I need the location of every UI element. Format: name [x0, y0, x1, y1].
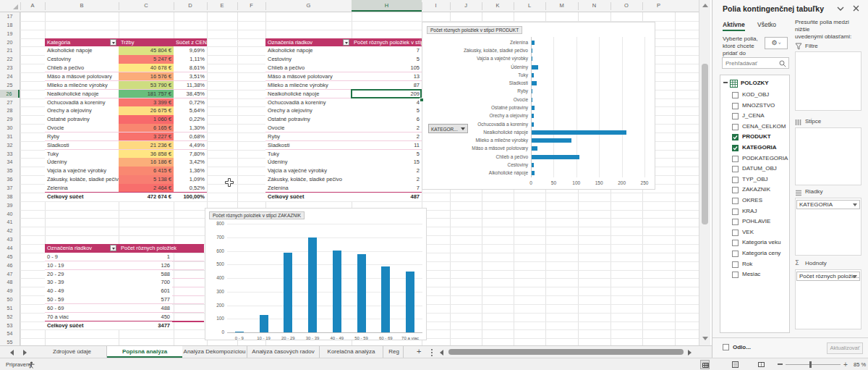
pivot-cell[interactable]: 15: [352, 158, 422, 167]
pivot-cell[interactable]: 5,64%: [174, 106, 207, 115]
pivot-cell[interactable]: Cestoviny: [265, 55, 352, 64]
field-checkbox[interactable]: [732, 145, 739, 151]
pivot-cell[interactable]: Cestoviny: [45, 55, 119, 64]
bar[interactable]: [532, 89, 532, 93]
row-header-cell[interactable]: 44: [0, 244, 20, 253]
row-header-cell[interactable]: 27: [0, 98, 20, 107]
chevron-down-icon[interactable]: [837, 6, 844, 12]
column-header-cell[interactable]: G: [265, 0, 352, 12]
pivot-cell[interactable]: 0 - 9: [45, 253, 119, 261]
pivot-cell[interactable]: 6 415 €: [119, 167, 174, 175]
column-header-strip[interactable]: ABCDEFGHIJKLMNOP: [0, 0, 699, 12]
zoom-slider-track[interactable]: [786, 364, 841, 365]
pivot-cell[interactable]: 100,00%: [174, 193, 207, 201]
pill-dropdown-icon[interactable]: [853, 275, 857, 280]
row-header-cell[interactable]: 17: [0, 12, 20, 21]
pivot-cell[interactable]: Ochucovadlá a koreniny: [45, 98, 119, 107]
pivot-cell[interactable]: 1 060 €: [119, 115, 174, 124]
row-header-cell[interactable]: 49: [0, 287, 20, 295]
sheet-tab-zdrojov-daje[interactable]: Zdrojové údaje: [38, 346, 107, 358]
field-checkbox[interactable]: [732, 113, 739, 119]
row-header-cell[interactable]: 48: [0, 278, 20, 287]
pivot-cell[interactable]: 1,30%: [174, 124, 207, 133]
pivot-cell[interactable]: 2: [352, 175, 422, 184]
pivot-cell[interactable]: 10 - 19: [45, 261, 119, 270]
column-header-cell[interactable]: I: [422, 0, 450, 12]
pivot-cell[interactable]: Vajcia a vaječné výrobky: [265, 167, 352, 175]
pivot-cell[interactable]: 1: [119, 253, 172, 261]
row-header-cell[interactable]: 35: [0, 167, 20, 175]
pivot-cell[interactable]: 0,22%: [174, 115, 207, 124]
zoom-in-button[interactable]: +: [843, 361, 848, 369]
update-button[interactable]: Aktualizovať: [827, 342, 863, 354]
pivot-cell[interactable]: 2: [352, 167, 422, 175]
pivot-cell[interactable]: 0,68%: [174, 133, 207, 141]
row-header-cell[interactable]: 25: [0, 81, 20, 90]
row-header-cell[interactable]: 36: [0, 175, 20, 184]
pivot-cell[interactable]: Mlieko a mliečne výrobky: [45, 81, 119, 90]
normal-view-icon[interactable]: [700, 360, 710, 369]
row-header-cell[interactable]: 33: [0, 150, 20, 159]
pivot-cell[interactable]: Orechy a olejoviny: [265, 106, 352, 115]
pivot-cell[interactable]: Údeniny: [265, 158, 352, 167]
field-item[interactable]: Kategoria veku: [720, 238, 789, 248]
column-header-cell[interactable]: P: [642, 0, 675, 12]
row-header-cell[interactable]: 26: [0, 90, 20, 98]
field-item[interactable]: Kategoria ceny: [720, 249, 789, 259]
field-item[interactable]: Rok: [720, 260, 789, 270]
column-header-cell[interactable]: A: [20, 0, 45, 12]
pivot-cell[interactable]: 36 858 €: [119, 150, 174, 159]
pivot-cell[interactable]: 9,69%: [174, 46, 207, 55]
pivot-cell[interactable]: 16 186 €: [119, 158, 174, 167]
pivot-cell[interactable]: Celkový súčet: [45, 321, 119, 330]
chart-title-box[interactable]: Počet rôznych položiek v stĺpci PRODUKT: [427, 26, 522, 34]
chart-zakaznik[interactable]: Počet rôznych položiek v stĺpci ZAKAZNIK…: [205, 208, 427, 340]
pivot-cell[interactable]: Zákusky, koláče, sladké pečivo: [265, 175, 352, 184]
scroll-up-icon[interactable]: [702, 4, 708, 7]
field-item[interactable]: KOD_OBJ: [720, 91, 789, 101]
bar[interactable]: [532, 81, 537, 85]
pivot-cell[interactable]: 6: [352, 115, 422, 124]
column-header-cell[interactable]: H: [352, 0, 422, 12]
row-header-cell[interactable]: 37: [0, 184, 20, 193]
pivot-cell[interactable]: Ostatné potraviny: [265, 115, 352, 124]
chart-field-button[interactable]: KATEGOR...: [428, 124, 468, 133]
scroll-down-icon[interactable]: [702, 337, 708, 340]
pivot-cell[interactable]: Alkoholické nápoje: [265, 46, 352, 55]
bar[interactable]: [532, 56, 532, 61]
fill-handle[interactable]: [420, 98, 424, 102]
row-header-cell[interactable]: 21: [0, 46, 20, 55]
field-checkbox[interactable]: [732, 156, 739, 162]
field-checkbox[interactable]: [732, 209, 739, 215]
field-item[interactable]: PODKATEGORIA: [720, 154, 789, 164]
pivot-cell[interactable]: 3 399 €: [119, 98, 174, 107]
column-header-cell[interactable]: M: [545, 0, 578, 12]
pivot-cell[interactable]: Alkoholické nápoje: [45, 46, 119, 55]
search-input[interactable]: Prehľadávať: [722, 57, 789, 69]
area-field-pill[interactable]: KATEGORIA: [796, 200, 860, 209]
zoom-out-button[interactable]: [778, 363, 783, 365]
row-header-cell[interactable]: 39: [0, 201, 20, 210]
field-checkbox[interactable]: [732, 92, 739, 98]
bar[interactable]: [381, 266, 390, 333]
hscroll-left-icon[interactable]: [440, 350, 443, 356]
row-header-cell[interactable]: 24: [0, 72, 20, 81]
zoom-level[interactable]: 85 %: [854, 361, 866, 368]
field-checkbox[interactable]: [732, 261, 739, 268]
row-header-cell[interactable]: 40: [0, 210, 20, 219]
pivot-cell[interactable]: 11: [352, 141, 422, 150]
page-layout-view-icon[interactable]: [731, 360, 740, 369]
pivot-cell[interactable]: 40 678 €: [119, 64, 174, 72]
pivot-cell[interactable]: 4,49%: [174, 141, 207, 150]
field-checkbox[interactable]: [732, 240, 739, 246]
column-header-cell[interactable]: N: [578, 0, 610, 12]
field-checkbox[interactable]: [732, 177, 739, 183]
pill-dropdown-icon[interactable]: [853, 203, 857, 209]
pivot-cell[interactable]: 487: [352, 193, 422, 201]
filter-dropdown-icon[interactable]: [110, 245, 116, 251]
pivot-cell[interactable]: 3477: [119, 321, 172, 330]
gear-button[interactable]: ⚙ ˅: [765, 37, 788, 49]
bar[interactable]: [532, 146, 537, 151]
pivot-cell[interactable]: 577: [119, 295, 172, 304]
pivot-cell[interactable]: 588: [119, 270, 172, 279]
